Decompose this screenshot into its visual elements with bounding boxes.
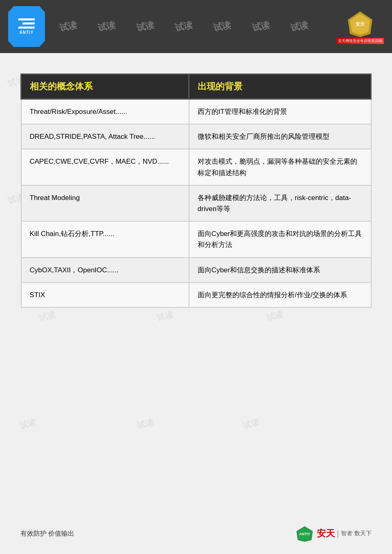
page-wm-12: 试读	[136, 416, 155, 431]
concept-table: 相关的概念体系 出现的背景 Threat/Risk/Exposure/Asset…	[20, 73, 372, 308]
footer-logo: ANTIY 安天 | 智者 数天下	[294, 525, 372, 542]
watermark-5: 试读	[212, 19, 232, 34]
table-row-right-2: 对攻击模式，脆弱点，漏洞等各种基础的安全元素的标定和描述结构	[189, 149, 371, 185]
logo-line-1	[18, 18, 35, 20]
table-row-right-3: 各种威胁建模的方法论，工具，risk-centric，data-driven等等	[189, 185, 371, 221]
footer-logo-icon-area: ANTIY	[294, 525, 315, 542]
table-row-left-0: Threat/Risk/Exposure/Asset......	[21, 99, 189, 125]
table-row-left-2: CAPEC,CWE,CVE,CVRF，MAEC，NVD......	[21, 149, 189, 185]
header: ANTIY 试读 试读 试读 试读 试读 试读 试读 安天 安天网络安全冬训营第…	[0, 0, 392, 53]
footer-logo-brand: 安天	[317, 527, 335, 540]
footer-logo-sub2: 数天下	[354, 530, 372, 537]
logo-line-3	[18, 27, 35, 29]
page-wm-11: 试读	[18, 416, 37, 431]
page-wm-8: 试读	[38, 309, 57, 323]
header-right-logo-image: 安天	[344, 9, 376, 38]
table-row-right-5: 面向Cyber和信息交换的描述和标准体系	[189, 258, 371, 283]
watermark-6: 试读	[251, 19, 271, 34]
col1-header: 相关的概念体系	[21, 74, 189, 99]
logo-line-2	[22, 22, 35, 24]
page-wm-10: 试读	[265, 309, 284, 323]
logo: ANTIY	[8, 6, 45, 47]
table-row-right-4: 面向Cyber和更高强度的攻击和对抗的场景的分析工具和分析方法	[189, 221, 371, 257]
table-row-left-5: CybOX,TAXII，OpenIOC......	[21, 258, 189, 283]
logo-lines	[18, 18, 35, 29]
main-content: 试读 试读 试读 试读 试读 试读 试读 试读 试读 试读 试读 试读 试读 相…	[0, 53, 392, 521]
svg-text:ANTIY: ANTIY	[299, 532, 310, 536]
antiy-badge: 安天网络安全冬训营第四期	[336, 38, 384, 44]
svg-text:安天: 安天	[355, 22, 365, 27]
col2-header: 出现的背景	[189, 74, 371, 99]
footer-logo-divider: |	[337, 529, 339, 538]
header-right-logo: 安天 安天网络安全冬训营第四期	[336, 9, 384, 44]
footer-logo-sub1: 智者	[341, 530, 352, 537]
table-row-right-0: 西方的IT管理和标准化的背景	[189, 99, 371, 125]
table-row-left-4: Kill Chain,钻石分析,TTP......	[21, 221, 189, 257]
logo-text: ANTIY	[20, 30, 34, 35]
table-row-right-1: 微软和相关安全厂商所推出的风险管理模型	[189, 124, 371, 149]
footer-text: 有效防护 价值输出	[20, 530, 74, 538]
header-watermarks: 试读 试读 试读 试读 试读 试读 试读	[49, 0, 318, 53]
table-row-left-6: STIX	[21, 283, 189, 307]
table-row-left-3: Threat Modeling	[21, 185, 189, 221]
watermark-3: 试读	[135, 19, 155, 34]
table-row-right-6: 面向更完整的综合性的情报分析/作业/交换的体系	[189, 283, 371, 307]
watermark-4: 试读	[174, 19, 194, 34]
table-row-left-1: DREAD,STRIDE,PASTA, Attack Tree......	[21, 124, 189, 149]
page-wm-13: 试读	[242, 416, 261, 431]
watermark-2: 试读	[97, 19, 117, 34]
page-wm-9: 试读	[156, 309, 174, 323]
footer: 有效防护 价值输出 ANTIY 安天 | 智者 数天下	[0, 525, 392, 542]
watermark-7: 试读	[290, 19, 310, 34]
watermark-1: 试读	[58, 19, 78, 34]
